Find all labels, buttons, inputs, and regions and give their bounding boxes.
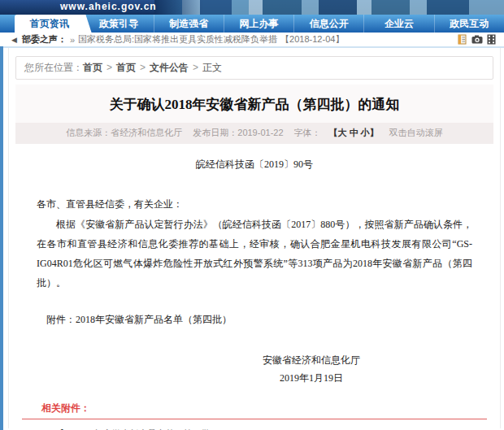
tab-manufacturing[interactable]: 制造强省 [154, 15, 224, 33]
breadcrumb-home-2[interactable]: 首页 [116, 62, 136, 73]
ticker-news-link[interactable]: 国家税务总局:国家将推出更具实质性减税降负举措 [78, 33, 277, 46]
signature-block: 安徽省经济和信息化厅 2019年1月19日 [246, 351, 376, 387]
breadcrumb-separator: > [140, 62, 146, 73]
meta-scroll-tip: 双击自动滚屏 [389, 128, 443, 137]
article-header: 关于确认2018年安徽省新产品（第四批）的通知 信息来源：省经济和信息化厅 发布… [15, 85, 493, 144]
tab-home-news[interactable]: 首页资讯 [15, 15, 84, 33]
news-ticker-bar: ◀ 部委之声： » 国家税务总局:国家将推出更具实质性减税降负举措 【2018-… [0, 33, 504, 48]
document-body: 皖经信科技函〔2019〕90号 各市、直管县经信委，有关企业： 根据《安徽省新产… [14, 158, 495, 387]
meta-date: 发布日期：2019-01-22 [193, 128, 283, 137]
ticker-prev-icon[interactable]: ◀ [11, 36, 17, 44]
meta-source: 信息来源：省经济和信息化厅 [66, 128, 182, 137]
document-salutation: 各市、直管县经信委，有关企业： [37, 198, 472, 211]
meta-font-label: 字体： [294, 128, 321, 137]
main-nav: 首页资讯 政策引导 制造强省 网上办事 信息公开 企业云 政民互动 [0, 15, 504, 33]
breadcrumb: 您所在位置：首页>首页>文件公告>正文 [15, 56, 493, 80]
breadcrumb-current: 正文 [202, 62, 222, 73]
document-paragraph: 根据《安徽省新产品认定暂行办法》（皖经信科技函〔2017〕880号），按照省新产… [37, 215, 472, 293]
signer-name: 安徽省经济和信息化厅 [246, 351, 376, 369]
red-divider [22, 419, 487, 419]
tab-enterprise-cloud[interactable]: 企业云 [364, 15, 434, 33]
breadcrumb-separator: > [193, 62, 198, 73]
sign-date: 2019年1月19日 [246, 369, 376, 387]
article-meta: 信息来源：省经济和信息化厅 发布日期：2019-01-22 字体：【大 中 小】… [15, 123, 493, 144]
page-title: 关于确认2018年安徽省新产品（第四批）的通知 [15, 85, 493, 123]
breadcrumb-documents[interactable]: 文件公告 [150, 62, 189, 73]
banner-photo-collage [154, 0, 504, 15]
ticker-label: 部委之声： [22, 33, 67, 46]
top-banner: www.aheic.gov.cn [0, 0, 504, 15]
breadcrumb-home[interactable]: 首页 [83, 62, 102, 73]
related-attachments-header: 相关附件： [14, 402, 495, 415]
tab-policy-guide[interactable]: 政策引导 [84, 15, 154, 33]
ticker-toolbar [457, 34, 496, 45]
attachment-reference: 附件：2018年安徽省新产品名单（第四批） [37, 313, 472, 327]
ticker-separator: » [70, 35, 75, 45]
document-number: 皖经信科技函〔2019〕90号 [37, 158, 472, 172]
related-attachments-section: 相关附件： 1.2018年安徽省新产品名单（第四批）.docx [14, 402, 495, 430]
notepad-icon[interactable] [457, 34, 467, 45]
filmstrip-icon[interactable] [487, 34, 496, 45]
tab-online-services[interactable]: 网上办事 [224, 15, 294, 33]
breadcrumb-prefix: 您所在位置： [24, 62, 83, 73]
camera-icon[interactable] [471, 34, 483, 45]
ticker-news-date: 【2018-12-04】 [280, 33, 344, 46]
main-content: 您所在位置：首页>首页>文件公告>正文 关于确认2018年安徽省新产品（第四批）… [8, 48, 501, 428]
tab-info-disclosure[interactable]: 信息公开 [294, 15, 364, 33]
site-url: www.aheic.gov.cn [60, 1, 157, 12]
left-edge-stripe [0, 46, 3, 430]
font-size-switcher[interactable]: 【大 中 小】 [329, 128, 379, 137]
tab-public-interaction[interactable]: 政民互动 [435, 15, 504, 33]
breadcrumb-separator: > [106, 62, 112, 73]
